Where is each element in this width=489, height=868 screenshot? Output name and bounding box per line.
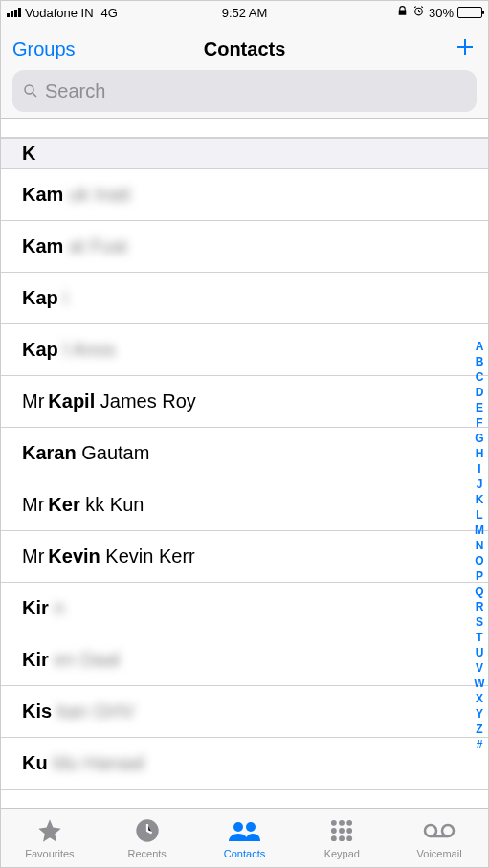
- tab-recents[interactable]: Recents: [99, 809, 196, 867]
- index-letter[interactable]: N: [476, 538, 484, 553]
- index-letter[interactable]: X: [476, 691, 483, 706]
- contact-row[interactable]: MrKer kk Kun: [1, 479, 488, 531]
- contact-prefix: Mr: [22, 545, 44, 568]
- index-letter[interactable]: J: [477, 477, 483, 492]
- contact-first: Kis: [22, 701, 52, 723]
- contact-row[interactable]: Ku ldu Hanaal: [1, 738, 488, 790]
- tab-keypad[interactable]: Keypad: [293, 809, 390, 867]
- contact-rest: l Anos: [58, 339, 116, 361]
- svg-point-10: [347, 828, 353, 834]
- contact-rest: at Fuai: [63, 235, 127, 257]
- svg-point-15: [442, 825, 454, 836]
- search-placeholder: Search: [45, 80, 105, 102]
- contact-first: Kir: [22, 597, 49, 619]
- contact-prefix: Mr: [22, 494, 44, 516]
- contact-first: Kevin: [48, 545, 100, 568]
- add-contact-button[interactable]: [322, 35, 477, 62]
- contact-rest: ldu Hanaal: [48, 752, 144, 774]
- tab-contacts[interactable]: Contacts: [196, 809, 294, 867]
- contact-first: Kap: [22, 287, 58, 309]
- contact-first: Kam: [22, 184, 63, 206]
- carrier-label: Vodafone IN: [25, 6, 94, 20]
- contact-row[interactable]: MrKapil James Roy: [1, 376, 488, 428]
- index-letter[interactable]: Z: [476, 722, 482, 737]
- battery-pct: 30%: [429, 6, 454, 20]
- contact-first: Kapil: [48, 390, 95, 412]
- index-letter[interactable]: A: [476, 339, 484, 354]
- index-letter[interactable]: E: [476, 400, 483, 415]
- contacts-list: K Kam uk InatiKam at FuaiKap iKap l Anos…: [1, 119, 488, 808]
- nav-bar: Groups Contacts Search: [1, 24, 488, 119]
- contact-row[interactable]: Kam uk Inati: [1, 169, 488, 221]
- tab-voicemail[interactable]: Voicemail: [390, 809, 488, 867]
- svg-point-14: [425, 825, 436, 836]
- contact-row[interactable]: Kap l Anos: [1, 324, 488, 376]
- contact-prefix: Mr: [22, 390, 44, 412]
- index-letter[interactable]: V: [476, 660, 483, 676]
- contact-rest: n: [49, 597, 65, 619]
- svg-point-4: [246, 822, 256, 832]
- index-letter[interactable]: Q: [475, 584, 483, 599]
- contact-row[interactable]: Kir en Daal: [1, 634, 488, 686]
- network-label: 4G: [101, 6, 118, 20]
- svg-point-13: [347, 835, 353, 841]
- index-letter[interactable]: #: [477, 737, 483, 752]
- contact-rest: Gautam: [77, 442, 150, 464]
- favourites-icon: [35, 817, 64, 848]
- contact-rest: kan GHV: [52, 701, 135, 723]
- contact-first: Kir: [22, 649, 49, 671]
- svg-point-9: [339, 828, 345, 834]
- battery-icon: [457, 7, 482, 18]
- index-letter[interactable]: L: [476, 507, 482, 523]
- contact-row[interactable]: Kir n: [1, 583, 488, 634]
- search-input[interactable]: Search: [12, 70, 477, 112]
- search-icon: [22, 82, 39, 100]
- index-letter[interactable]: U: [476, 645, 484, 660]
- contact-row[interactable]: Kam at Fuai: [1, 221, 488, 273]
- voicemail-icon: [422, 817, 456, 848]
- index-letter[interactable]: C: [476, 369, 484, 385]
- index-letter[interactable]: I: [478, 461, 480, 477]
- alarm-icon: [412, 5, 425, 20]
- contact-first: Ku: [22, 752, 48, 774]
- index-letter[interactable]: R: [476, 599, 484, 614]
- contact-rest: kk Kun: [80, 494, 144, 516]
- index-letter[interactable]: M: [475, 523, 484, 538]
- index-letter[interactable]: P: [476, 568, 483, 584]
- index-letter[interactable]: G: [475, 431, 483, 446]
- tab-favourites[interactable]: Favourites: [1, 809, 99, 867]
- index-letter[interactable]: O: [475, 553, 483, 568]
- prev-section-peek: [1, 119, 488, 138]
- svg-point-6: [339, 819, 345, 825]
- tab-label: Favourites: [25, 848, 74, 859]
- svg-point-12: [339, 835, 345, 841]
- groups-button[interactable]: Groups: [12, 38, 167, 60]
- contact-row[interactable]: MrKevin Kevin Kerr: [1, 531, 488, 583]
- alpha-index[interactable]: ABCDEFGHIJKLMNOPQRSTUVWXYZ#: [473, 339, 486, 752]
- signal-icon: [7, 8, 21, 17]
- page-title: Contacts: [167, 38, 322, 60]
- index-letter[interactable]: S: [476, 614, 483, 630]
- contact-row[interactable]: Karan Gautam: [1, 428, 488, 479]
- lock-icon: [396, 5, 409, 20]
- keypad-icon: [327, 817, 356, 848]
- index-letter[interactable]: B: [476, 354, 484, 369]
- svg-point-8: [331, 828, 337, 834]
- index-letter[interactable]: T: [476, 630, 482, 645]
- contact-row[interactable]: Kap i: [1, 273, 488, 324]
- contact-rest: uk Inati: [63, 184, 130, 206]
- index-letter[interactable]: H: [476, 446, 484, 461]
- index-letter[interactable]: Y: [476, 706, 483, 722]
- section-header: K: [1, 138, 488, 169]
- contact-first: Kap: [22, 339, 58, 361]
- index-letter[interactable]: W: [474, 676, 484, 691]
- svg-point-1: [25, 85, 33, 94]
- svg-point-7: [347, 819, 353, 825]
- contact-row[interactable]: Kis kan GHV: [1, 686, 488, 738]
- index-letter[interactable]: F: [476, 415, 482, 431]
- status-time: 9:52 AM: [222, 6, 268, 20]
- tab-bar: FavouritesRecentsContactsKeypadVoicemail: [1, 808, 488, 867]
- index-letter[interactable]: K: [476, 492, 484, 507]
- index-letter[interactable]: D: [476, 385, 484, 400]
- tab-label: Recents: [128, 848, 167, 859]
